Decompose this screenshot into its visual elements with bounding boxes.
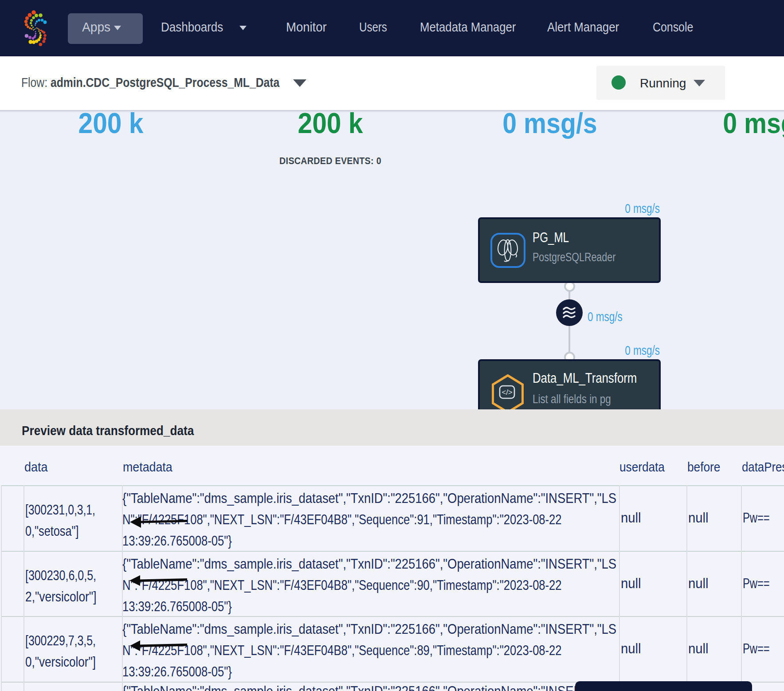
svg-text:</>: </> (502, 388, 513, 397)
